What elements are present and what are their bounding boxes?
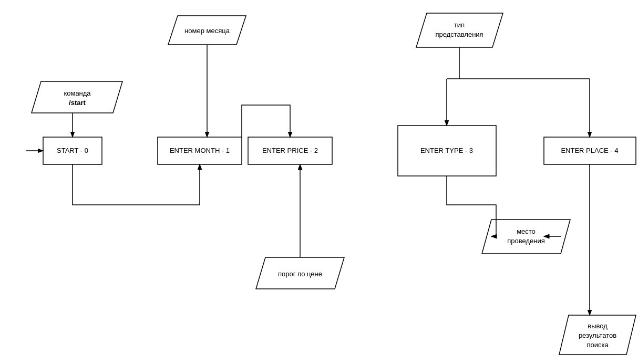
start-box-label: START - 0	[57, 147, 88, 154]
nomer-mesyaca-label: номер месяца	[184, 27, 230, 35]
porog-cene-label: порог по цене	[278, 270, 322, 278]
vyvod-label2: результатов	[579, 331, 616, 339]
tip-label2: представления	[435, 30, 483, 38]
enter-price-label: ENTER PRICE - 2	[262, 147, 318, 154]
vyvod-label3: поиска	[586, 341, 609, 349]
full-diagram: команда /start START - 0 номер месяца EN…	[0, 0, 638, 364]
mesto-label1: место	[517, 227, 536, 235]
start-to-month-arrow	[73, 164, 200, 205]
vyvod-label1: вывод	[588, 322, 608, 330]
mesto-label2: проведения	[507, 237, 545, 245]
tip-label1: тип	[454, 21, 465, 29]
type-to-mesto-arrow	[447, 176, 496, 236]
enter-place-label: ENTER PLACE - 4	[561, 147, 618, 154]
command-start-parallelogram	[32, 81, 122, 113]
month-to-price-arrow	[242, 105, 290, 137]
command-start-label: /start	[69, 99, 86, 107]
enter-type-label: ENTER TYPE - 3	[420, 147, 473, 154]
enter-month-label: ENTER MONTH - 1	[170, 147, 230, 154]
command-label: команда	[64, 89, 91, 97]
